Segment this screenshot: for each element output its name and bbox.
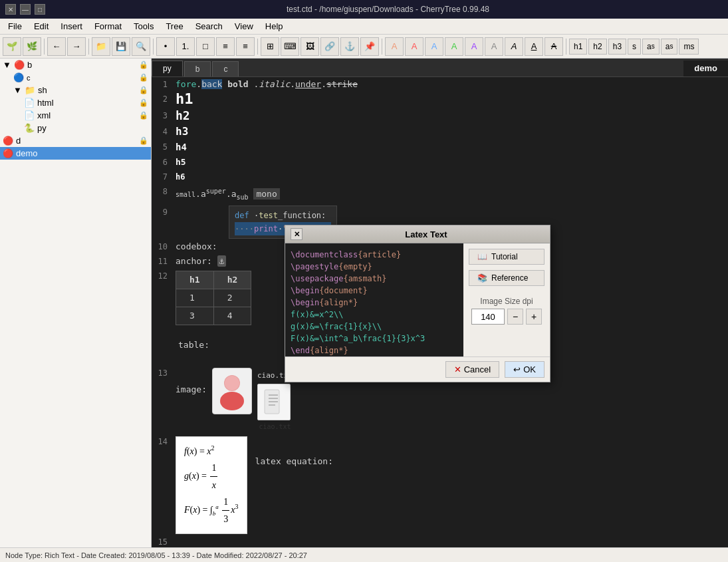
dpi-input[interactable] xyxy=(471,309,505,325)
line-1: 1 fore.back bold .italic.under.strike xyxy=(152,77,728,92)
line-number: 11 xyxy=(152,255,176,268)
find-button[interactable]: 🔍 xyxy=(132,37,150,56)
sidebar-item-html[interactable]: 📄 html 🔒 xyxy=(0,96,151,109)
tutorial-button[interactable]: 📖 Tutorial xyxy=(469,249,545,265)
h5-text: h5 xyxy=(176,157,186,167)
expand-icon: ▼ xyxy=(3,60,11,70)
color-fg9[interactable]: A xyxy=(545,37,563,56)
line-number: 3 xyxy=(152,109,176,122)
tab-c[interactable]: c xyxy=(212,61,239,76)
indent-less[interactable]: ≡ xyxy=(236,37,255,56)
code-editor[interactable]: \documentclass{article} \pagestyle{empty… xyxy=(285,243,463,356)
line-number: 6 xyxy=(152,156,176,169)
sidebar-item-xml[interactable]: 📄 xml 🔒 xyxy=(0,109,151,122)
color-fg6[interactable]: A xyxy=(485,37,503,56)
go-forward-button[interactable]: → xyxy=(67,37,86,56)
menu-format[interactable]: Format xyxy=(89,20,127,33)
tutorial-label: Tutorial xyxy=(491,252,518,261)
menu-search[interactable]: Search xyxy=(190,20,228,33)
tab-py[interactable]: py xyxy=(152,61,183,76)
color-fg3[interactable]: A xyxy=(425,37,443,56)
code-line-4: \begin{document} xyxy=(291,285,458,297)
sidebar-item-py[interactable]: 🐍 py xyxy=(0,122,151,134)
table-btn[interactable]: ⊞ xyxy=(261,37,279,56)
modal-footer: ✕ Cancel ↩ OK xyxy=(285,356,550,382)
h3-btn[interactable]: h3 xyxy=(608,39,626,55)
modal-close-button[interactable]: ✕ xyxy=(291,228,303,240)
node-label: d xyxy=(16,136,21,146)
new-node-button[interactable]: 🌱 xyxy=(3,37,21,56)
line-5: 5 h4 xyxy=(152,140,728,155)
open-button[interactable]: 📁 xyxy=(92,37,110,56)
color-fg2[interactable]: A xyxy=(405,37,424,56)
close-button[interactable]: ✕ xyxy=(5,4,16,15)
maximize-button[interactable]: □ xyxy=(35,4,45,15)
h2-btn[interactable]: h2 xyxy=(588,39,606,55)
code-line-7: g(x)&=\frac{1}{x}\\ xyxy=(291,321,458,333)
node-label: c xyxy=(27,74,31,82)
color-fg8[interactable]: A xyxy=(525,37,543,56)
latex-text-dialog: ✕ Latex Text \documentclass{article} \pa… xyxy=(285,225,550,382)
menu-edit[interactable]: Edit xyxy=(29,20,54,33)
sidebar-item-b[interactable]: ▼ 🔴 b 🔒 xyxy=(0,59,151,71)
node-icon: 🔴 xyxy=(3,136,13,146)
sidebar-item-c[interactable]: 🔵 c 🔒 xyxy=(0,71,151,84)
ok-button[interactable]: ↩ OK xyxy=(505,361,545,378)
window-controls[interactable]: ✕ — □ xyxy=(5,4,45,15)
color-fg7[interactable]: A xyxy=(505,37,523,56)
line-number: 13 xyxy=(152,366,176,380)
separator5 xyxy=(382,39,382,55)
image-btn[interactable]: 🖼 xyxy=(301,37,319,56)
ms-btn[interactable]: ms xyxy=(679,39,699,55)
save-button[interactable]: 💾 xyxy=(112,37,130,56)
codebox-label: codebox: xyxy=(176,241,217,251)
dpi-plus-button[interactable]: + xyxy=(526,309,542,325)
menu-tree[interactable]: Tree xyxy=(160,20,188,33)
numbered-list[interactable]: 1. xyxy=(176,37,195,56)
ok-label: OK xyxy=(523,364,536,374)
menu-view[interactable]: View xyxy=(229,20,259,33)
tab-demo[interactable]: demo xyxy=(683,61,728,76)
tab-b[interactable]: b xyxy=(184,61,211,76)
color-fg1[interactable]: A xyxy=(385,37,404,56)
table-header-h2: h2 xyxy=(213,271,251,289)
sup-btn[interactable]: as xyxy=(642,39,660,55)
node-label: xml xyxy=(37,110,51,120)
minimize-button[interactable]: — xyxy=(20,4,31,15)
lock-icon: 🔒 xyxy=(139,98,148,107)
node-label: b xyxy=(27,60,32,70)
h1-btn[interactable]: h1 xyxy=(569,39,587,55)
menu-help[interactable]: Help xyxy=(260,20,289,33)
tab-bar: py b c demo xyxy=(152,59,728,77)
add-child-button[interactable]: 🌿 xyxy=(23,37,41,56)
bullet-list[interactable]: • xyxy=(156,37,175,56)
sub-btn[interactable]: as xyxy=(661,39,678,55)
dpi-minus-button[interactable]: − xyxy=(507,309,523,325)
bold-text: bold xyxy=(227,79,248,89)
menu-insert[interactable]: Insert xyxy=(55,20,88,33)
go-back-button[interactable]: ← xyxy=(47,37,66,56)
status-text: Node Type: Rich Text - Date Created: 201… xyxy=(5,551,307,559)
line-content xyxy=(176,535,728,547)
code-box-btn[interactable]: ⌨ xyxy=(281,37,299,56)
menu-file[interactable]: File xyxy=(3,20,27,33)
cancel-button[interactable]: ✕ Cancel xyxy=(445,361,499,378)
tutorial-icon: 📖 xyxy=(477,252,487,261)
reference-button[interactable]: 📚 Reference xyxy=(469,270,545,286)
code-line-3: \usepackage{amsmath} xyxy=(291,273,458,285)
pin-btn[interactable]: 📌 xyxy=(360,37,379,56)
latex-eq2: g(x) = 1x xyxy=(184,460,239,493)
indent-more[interactable]: ≡ xyxy=(216,37,235,56)
link-btn[interactable]: 🔗 xyxy=(320,37,339,56)
sidebar-item-demo[interactable]: 🔴 demo xyxy=(0,147,151,160)
color-fg5[interactable]: A xyxy=(465,37,483,56)
s-btn[interactable]: s xyxy=(628,39,641,55)
sidebar-item-d[interactable]: 🔴 d 🔒 xyxy=(0,134,151,147)
sidebar-item-sh[interactable]: ▼ 📁 sh 🔒 xyxy=(0,84,151,96)
todo-list[interactable]: □ xyxy=(196,37,215,56)
anchor-btn[interactable]: ⚓ xyxy=(340,37,359,56)
h3-text: h3 xyxy=(176,125,188,138)
menu-tools[interactable]: Tools xyxy=(128,20,159,33)
color-fg4[interactable]: A xyxy=(445,37,463,56)
cancel-label: Cancel xyxy=(464,364,491,374)
